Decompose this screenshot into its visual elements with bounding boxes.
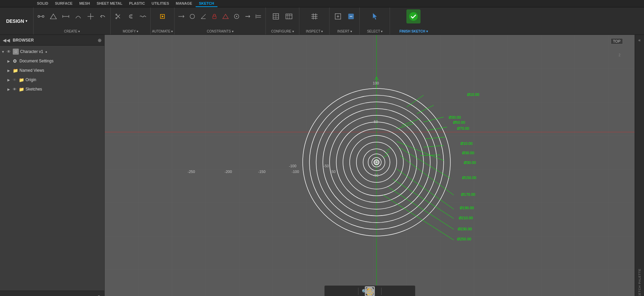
svg-text:-100: -100 — [292, 170, 299, 174]
view-nav[interactable]: 2 — [616, 53, 623, 63]
svg-text:Ø10.00: Ø10.00 — [467, 93, 479, 97]
triangle-tool[interactable] — [47, 9, 59, 23]
panel-collapse-icon[interactable]: « — [636, 36, 644, 44]
select-tool[interactable] — [368, 9, 382, 23]
svg-text:Ø70.00: Ø70.00 — [457, 126, 469, 130]
create-label[interactable]: CREATE ▾ — [64, 29, 80, 33]
svg-text:Ø30.00: Ø30.00 — [462, 151, 474, 155]
modify-section: MODIFY ▾ — [111, 7, 151, 35]
inspect-tool[interactable] — [308, 9, 321, 23]
folder-icon: □ — [13, 49, 19, 55]
svg-text:100: 100 — [373, 81, 379, 85]
tab-manage[interactable]: MANAGE — [172, 0, 196, 7]
doc-settings-label: Document Settings — [19, 59, 53, 63]
crosshair-tool[interactable] — [85, 9, 97, 23]
svg-rect-33 — [286, 14, 292, 19]
svg-text:Ø190.00: Ø190.00 — [460, 206, 474, 210]
tree-arrow-sketches: ▶ — [7, 87, 12, 91]
configure-label[interactable]: CONFIGURE ▾ — [271, 29, 294, 33]
automate-section: AUTOMATE ▾ — [151, 7, 175, 35]
eye-sketches-icon[interactable]: 👁 — [13, 87, 18, 91]
dimension-tool[interactable] — [60, 9, 72, 23]
eye-origin-icon[interactable]: 👁 — [13, 78, 18, 82]
svg-point-22 — [236, 16, 237, 17]
sketch-palette-label: SKETCH PALETTE — [638, 266, 641, 296]
folder-origin-icon: 📁 — [19, 77, 25, 82]
insert-tool1[interactable] — [332, 9, 344, 23]
configure-table2[interactable] — [283, 9, 295, 23]
tab-solid[interactable]: SOLID — [34, 0, 52, 7]
finish-sketch-label[interactable]: FINISH SKETCH ▾ — [399, 29, 428, 33]
inspect-label[interactable]: INSPECT ▾ — [306, 29, 323, 33]
svg-text:Ø170.00: Ø170.00 — [461, 192, 475, 196]
tab-surface[interactable]: SURFACE — [52, 0, 76, 7]
angle-constraint[interactable] — [198, 9, 209, 23]
svg-text:-50: -50 — [373, 173, 379, 177]
equal-constraint[interactable] — [253, 9, 264, 23]
browser-back-icon[interactable]: ◀◀ — [3, 38, 10, 43]
insert-label[interactable]: INSERT ▾ — [337, 29, 352, 33]
horiz-constraint[interactable] — [176, 9, 187, 23]
sidebar: ◀◀ BROWSER ⊕ ▼ 👁 □ Character v1 ● ▶ ⚙ Do… — [0, 35, 105, 296]
bottom-toolbar: ✋ 🔍 ≡ — [324, 285, 415, 296]
automate-tool[interactable] — [155, 9, 169, 23]
tree-item-character[interactable]: ▼ 👁 □ Character v1 ● — [0, 47, 104, 56]
svg-text:-200: -200 — [225, 170, 232, 174]
finish-sketch-button[interactable] — [406, 9, 420, 23]
trim-tool[interactable] — [112, 9, 124, 23]
create-icons — [35, 9, 109, 23]
svg-text:Ø250.00: Ø250.00 — [457, 237, 471, 241]
tab-plastic[interactable]: PLASTIC — [126, 0, 148, 7]
svg-text:-150: -150 — [258, 170, 265, 174]
tree-arrow-doc: ▶ — [7, 59, 12, 63]
tree-item-named-views[interactable]: ▶ 📁 Named Views — [0, 66, 104, 75]
circle-constraint[interactable] — [187, 9, 198, 23]
tree-item-sketches[interactable]: ▶ 👁 📁 Sketches — [0, 84, 104, 94]
right-panel: « SKETCH PALETTE — [635, 35, 644, 296]
configure-table1[interactable] — [269, 9, 282, 23]
lock-constraint[interactable] — [209, 9, 220, 23]
svg-line-17 — [201, 14, 206, 18]
svg-text:Ø50.00: Ø50.00 — [453, 120, 465, 124]
character-options-icon[interactable]: ● — [45, 50, 47, 54]
tab-utilities[interactable]: UTILITIES — [148, 0, 172, 7]
line-tool[interactable] — [35, 9, 47, 23]
finish-sketch-section: FINISH SKETCH ▾ — [390, 7, 437, 35]
more-view-tool[interactable]: ≡ — [404, 287, 414, 296]
modify-label[interactable]: MODIFY ▾ — [123, 29, 138, 33]
offset-tool[interactable] — [125, 9, 137, 23]
comments-bar: COMMENTS ⊕ — [0, 291, 104, 296]
tab-mesh[interactable]: MESH — [76, 0, 93, 7]
eye-icon[interactable]: 👁 — [7, 49, 12, 54]
comments-add-icon[interactable]: ⊕ — [97, 294, 101, 296]
svg-rect-50 — [105, 35, 635, 296]
folder-views-icon: 📁 — [13, 68, 19, 73]
insert-tool2[interactable] — [345, 9, 357, 23]
x-constraint[interactable] — [242, 9, 253, 23]
browser-settings-icon[interactable]: ⊕ — [98, 38, 102, 43]
tree-collapse-icon: ▼ — [1, 50, 6, 54]
spline-tool[interactable] — [137, 9, 149, 23]
select-label[interactable]: SELECT ▾ — [367, 29, 383, 33]
arc-tool[interactable] — [72, 9, 84, 23]
design-dropdown-icon: ▾ — [26, 19, 27, 23]
automate-label[interactable]: AUTOMATE ▾ — [152, 29, 173, 33]
svg-marker-47 — [373, 13, 377, 19]
tri-constraint[interactable] — [220, 9, 231, 23]
fullcircle-constraint[interactable] — [231, 9, 242, 23]
tree-item-doc-settings[interactable]: ▶ ⚙ Document Settings — [0, 56, 104, 66]
constraints-label[interactable]: CONSTRAINTS ▾ — [207, 29, 233, 33]
canvas-area[interactable]: 100 50 -50 -100 -50 -250 -200 -150 -100 … — [105, 35, 635, 296]
svg-text:Ø230.00: Ø230.00 — [458, 227, 472, 231]
design-button[interactable]: DESIGN ▾ — [0, 7, 34, 35]
undo-arc-tool[interactable] — [97, 9, 109, 23]
svg-text:≡: ≡ — [366, 289, 369, 295]
tree-item-origin[interactable]: ▶ 👁 📁 Origin — [0, 75, 104, 84]
svg-text:Ø30.00: Ø30.00 — [464, 161, 476, 165]
svg-text:-50: -50 — [330, 170, 336, 174]
svg-text:-100: -100 — [289, 164, 296, 168]
svg-text:50: 50 — [374, 120, 378, 124]
tab-sketch[interactable]: SKETCH — [196, 0, 217, 7]
tab-sheet_metal[interactable]: SHEET METAL — [93, 0, 126, 7]
svg-text:Ø150.00: Ø150.00 — [462, 176, 476, 180]
